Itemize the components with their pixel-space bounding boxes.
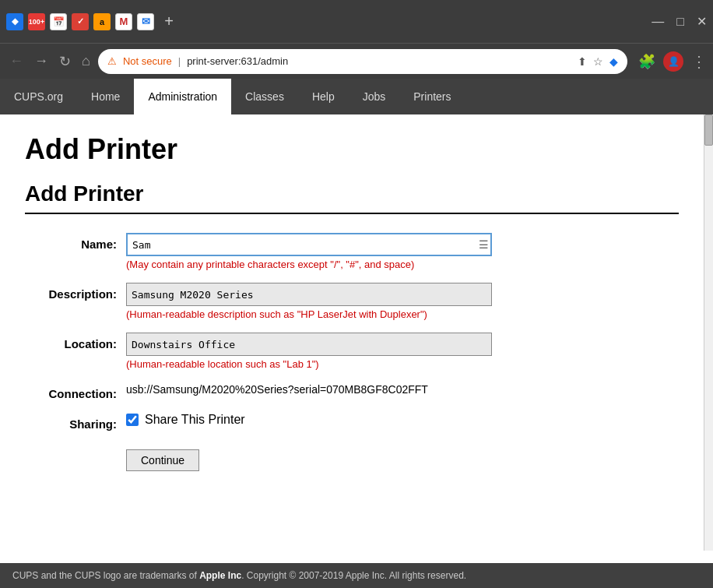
reload-button[interactable]: ↻ [56,50,74,73]
section-title: Add Printer [25,181,679,214]
name-input-wrapper: ☰ [126,233,492,256]
sharing-label: Sharing: [25,413,126,431]
scrollbar-thumb[interactable] [704,114,713,146]
new-tab-button[interactable]: + [159,12,179,32]
name-field: ☰ (May contain any printable characters … [126,233,679,270]
security-warning-icon: ⚠ [107,55,117,67]
tab-wipr[interactable]: ◆ [6,13,23,30]
sharing-checkbox-row: Share This Printer [126,413,679,427]
connection-row: Connection: usb://Samsung/M2020%20Series… [25,382,679,400]
description-input[interactable] [126,283,492,306]
nav-home[interactable]: Home [77,79,134,114]
connection-field: usb://Samsung/M2020%20Series?serial=070M… [126,382,679,396]
window-controls: — □ ✕ [652,14,707,29]
minimize-button[interactable]: — [652,15,664,29]
browser-titlebar: ◆ 100+ 📅 ✓ a M ✉ + — □ ✕ [0,0,713,43]
name-hint: (May contain any printable characters ex… [126,259,679,270]
continue-field: Continue [126,443,679,471]
home-button[interactable]: ⌂ [79,50,93,72]
description-row: Description: (Human-readable description… [25,283,679,320]
address-separator: | [178,55,181,67]
url-text: print-server:631/admin [187,55,571,67]
share-icon[interactable]: ⬆ [578,55,587,68]
tab-calendar[interactable]: 📅 [50,13,67,30]
menu-button[interactable]: ⋮ [691,52,707,71]
location-hint: (Human-readable location such as "Lab 1"… [126,358,679,370]
location-label: Location: [25,333,126,350]
not-secure-label: Not secure [123,55,172,67]
tab-todoist[interactable]: ✓ [72,13,89,30]
wipr-icon[interactable]: ◆ [609,55,618,68]
user-avatar[interactable]: 👤 [663,51,683,72]
name-row: Name: ☰ (May contain any printable chara… [25,233,679,270]
footer-text: CUPS and the CUPS logo are trademarks of… [12,570,466,581]
tab-gmail-draft[interactable]: M [115,13,132,30]
name-label: Name: [25,233,126,251]
location-field: (Human-readable location such as "Lab 1"… [126,333,679,370]
nav-jobs[interactable]: Jobs [349,79,400,114]
main-content: Add Printer Add Printer Name: ☰ (May con… [0,114,704,502]
add-printer-form: Name: ☰ (May contain any printable chara… [25,233,679,471]
name-input[interactable] [126,233,492,256]
location-input[interactable] [126,333,492,356]
continue-spacer [25,443,126,448]
continue-button[interactable]: Continue [126,449,199,471]
address-bar-icons: ⬆ ☆ ◆ [578,55,618,68]
browser-navbar: ← → ↻ ⌂ ⚠ Not secure | print-server:631/… [0,43,713,79]
nav-administration[interactable]: Administration [134,79,231,114]
bookmark-icon[interactable]: ☆ [593,55,603,68]
tab-mail[interactable]: ✉ [137,13,154,30]
nav-cups-org[interactable]: CUPS.org [0,79,77,114]
extensions-button[interactable]: 🧩 [638,53,655,70]
footer-brand: Apple Inc [199,570,241,581]
description-label: Description: [25,283,126,301]
share-printer-checkbox[interactable] [126,414,139,426]
browser-actions: 🧩 👤 ⋮ [638,51,707,72]
scrollbar-track [704,114,713,551]
sharing-field: Share This Printer [126,413,679,427]
continue-row: Continue [25,443,679,471]
tab-amazon[interactable]: a [93,13,111,30]
footer: CUPS and the CUPS logo are trademarks of… [0,563,713,588]
close-button[interactable]: ✕ [697,14,707,29]
input-list-icon: ☰ [479,238,489,251]
back-button[interactable]: ← [6,50,26,72]
sharing-row: Sharing: Share This Printer [25,413,679,431]
nav-classes[interactable]: Classes [231,79,298,114]
description-hint: (Human-readable description such as "HP … [126,308,679,320]
maximize-button[interactable]: □ [676,15,684,29]
location-row: Location: (Human-readable location such … [25,333,679,370]
share-printer-label: Share This Printer [145,413,245,427]
forward-button[interactable]: → [31,50,51,72]
address-bar[interactable]: ⚠ Not secure | print-server:631/admin ⬆ … [98,49,627,74]
nav-help[interactable]: Help [298,79,349,114]
nav-printers[interactable]: Printers [399,79,465,114]
page-title: Add Printer [25,133,679,166]
description-field: (Human-readable description such as "HP … [126,283,679,320]
tab-100[interactable]: 100+ [28,13,45,30]
connection-value: usb://Samsung/M2020%20Series?serial=070M… [126,379,428,396]
cups-navbar: CUPS.org Home Administration Classes Hel… [0,79,713,114]
connection-label: Connection: [25,382,126,400]
